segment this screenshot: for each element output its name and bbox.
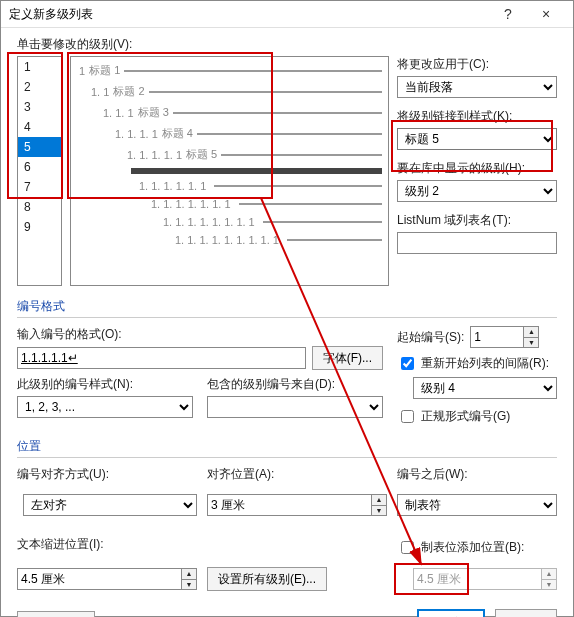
listnum-label: ListNum 域列表名(T): (397, 212, 557, 229)
legal-checkbox[interactable] (401, 410, 414, 423)
preview-row: 1. 1. 1标题 3 (79, 105, 382, 120)
level-item[interactable]: 2 (18, 77, 61, 97)
preview-row: 1. 1. 1. 1. 1. 1. 1. 1 (79, 216, 382, 228)
num-style-label: 此级别的编号样式(N): (17, 376, 193, 393)
start-at-spinner[interactable]: ▲▼ (524, 326, 539, 348)
preview-row: 1. 1. 1. 1. 1. 1. 1. 1. 1 (79, 234, 382, 246)
level-item[interactable]: 6 (18, 157, 61, 177)
indent-spinner[interactable]: ▲▼ (182, 568, 197, 590)
preview-row: 1. 1. 1. 1. 1标题 5 (79, 147, 382, 162)
link-style-label: 将级别链接到样式(K): (397, 108, 557, 125)
num-style-select[interactable]: 1, 2, 3, ... (17, 396, 193, 418)
level-item[interactable]: 9 (18, 217, 61, 237)
less-button[interactable]: << 更少(L) (17, 611, 95, 617)
num-format-input[interactable] (17, 347, 306, 369)
tab-at-spinner: ▲▼ (542, 568, 557, 590)
listnum-input[interactable] (397, 232, 557, 254)
help-button[interactable]: ? (489, 1, 527, 27)
format-section-label: 编号格式 (17, 298, 557, 315)
follow-select[interactable]: 制表符 (397, 494, 557, 516)
indent-input[interactable] (17, 568, 182, 590)
follow-label: 编号之后(W): (397, 466, 557, 483)
legal-label: 正规形式编号(G) (421, 408, 510, 425)
preview-row: 1. 1. 1. 1. 1. 1. 1 (79, 198, 382, 210)
align-at-label: 对齐位置(A): (207, 466, 387, 483)
gallery-label: 要在库中显示的级别(H): (397, 160, 557, 177)
level-item[interactable]: 1 (18, 57, 61, 77)
apply-to-label: 将更改应用于(C): (397, 56, 557, 73)
restart-checkbox[interactable] (401, 357, 414, 370)
apply-to-select[interactable]: 当前段落 (397, 76, 557, 98)
restart-level-select[interactable]: 级别 4 (413, 377, 557, 399)
level-item[interactable]: 8 (18, 197, 61, 217)
preview-pane: 1标题 11. 1标题 21. 1. 1标题 31. 1. 1. 1标题 41.… (70, 56, 389, 286)
level-item[interactable]: 4 (18, 117, 61, 137)
level-item[interactable]: 7 (18, 177, 61, 197)
window-title: 定义新多级列表 (9, 6, 489, 23)
ok-button[interactable]: 确定 (417, 609, 485, 617)
include-label: 包含的级别编号来自(D): (207, 376, 383, 393)
preview-row (79, 168, 382, 174)
font-button[interactable]: 字体(F)... (312, 346, 383, 370)
level-item[interactable]: 5 (18, 137, 61, 157)
set-all-button[interactable]: 设置所有级别(E)... (207, 567, 327, 591)
align-label: 编号对齐方式(U): (17, 466, 197, 483)
restart-label: 重新开始列表的间隔(R): (421, 355, 549, 372)
align-at-input[interactable] (207, 494, 372, 516)
include-select[interactable] (207, 396, 383, 418)
tab-label: 制表位添加位置(B): (421, 539, 524, 556)
preview-row: 1标题 1 (79, 63, 382, 78)
start-at-input[interactable] (470, 326, 524, 348)
preview-row: 1. 1. 1. 1. 1. 1 (79, 180, 382, 192)
preview-row: 1. 1. 1. 1标题 4 (79, 126, 382, 141)
cancel-button[interactable]: 取消 (495, 609, 557, 617)
tab-at-input (413, 568, 542, 590)
levels-list[interactable]: 123456789 (17, 56, 62, 286)
levels-label: 单击要修改的级别(V): (17, 36, 557, 53)
start-at-label: 起始编号(S): (397, 329, 464, 346)
preview-row: 1. 1标题 2 (79, 84, 382, 99)
position-section-label: 位置 (17, 438, 557, 455)
tab-checkbox[interactable] (401, 541, 414, 554)
gallery-select[interactable]: 级别 2 (397, 180, 557, 202)
align-at-spinner[interactable]: ▲▼ (372, 494, 387, 516)
level-item[interactable]: 3 (18, 97, 61, 117)
titlebar: 定义新多级列表 ? × (1, 1, 573, 28)
indent-label: 文本缩进位置(I): (17, 536, 104, 553)
align-select[interactable]: 左对齐 (23, 494, 197, 516)
close-button[interactable]: × (527, 1, 565, 27)
num-format-label: 输入编号的格式(O): (17, 326, 383, 343)
link-style-select[interactable]: 标题 5 (397, 128, 557, 150)
